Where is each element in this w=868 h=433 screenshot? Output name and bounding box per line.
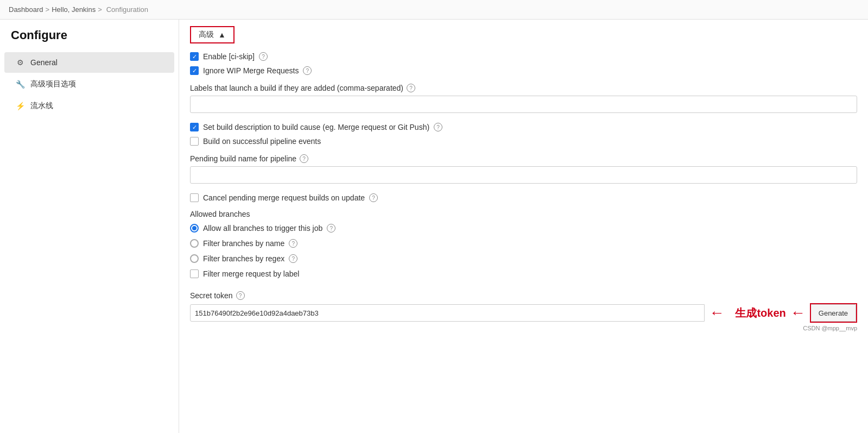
red-arrow-right: ←	[790, 304, 806, 322]
filter-name-label: Filter branches by name	[203, 239, 284, 248]
chevron-up-icon: ▲	[218, 30, 226, 39]
ignore-wip-row: Ignore WIP Merge Requests ?	[190, 66, 857, 75]
secret-token-section: Secret token ? ← 生成token ←	[190, 291, 857, 331]
all-branches-row: Allow all branches to trigger this job ?	[190, 224, 857, 233]
cancel-pending-row: Cancel pending merge request builds on u…	[190, 193, 857, 202]
secret-token-help[interactable]: ?	[236, 291, 245, 300]
sidebar-item-general[interactable]: ⚙ General	[4, 52, 174, 73]
sidebar-item-general-label: General	[30, 58, 58, 67]
all-branches-radio[interactable]	[190, 224, 199, 233]
sidebar: Configure ⚙ General 🔧 高级项目选项 ⚡ 流水线	[0, 20, 179, 433]
ignore-wip-checkbox[interactable]	[190, 66, 199, 75]
csdn-attribution: CSDN @mpp__mvp	[190, 325, 857, 331]
filter-regex-label: Filter branches by regex	[203, 254, 284, 263]
all-branches-label: Allow all branches to trigger this job	[203, 224, 322, 233]
cancel-pending-help[interactable]: ?	[369, 193, 378, 202]
filter-name-help[interactable]: ?	[289, 239, 297, 248]
pending-build-label: Pending build name for pipeline ?	[190, 154, 857, 163]
build-pipeline-checkbox[interactable]	[190, 137, 199, 146]
sidebar-item-pipeline[interactable]: ⚡ 流水线	[4, 96, 174, 116]
ci-skip-row: Enable [ci-skip] ?	[190, 52, 857, 61]
filter-name-radio[interactable]	[190, 239, 199, 248]
cancel-pending-checkbox[interactable]	[190, 193, 199, 202]
build-desc-label: Set build description to build cause (eg…	[203, 123, 429, 131]
generate-btn-wrapper: Generate	[810, 303, 857, 323]
sidebar-item-pipeline-label: 流水线	[30, 101, 53, 111]
pending-build-help[interactable]: ?	[300, 154, 308, 163]
annotation-text: 生成token	[735, 306, 785, 321]
breadcrumb-dashboard[interactable]: Dashboard	[9, 5, 43, 14]
ci-skip-label: Enable [ci-skip]	[203, 52, 255, 61]
build-desc-help[interactable]: ?	[434, 123, 442, 131]
filter-merge-label-checkbox[interactable]	[190, 269, 199, 278]
advanced-label: 高级	[199, 30, 214, 40]
filter-name-row: Filter branches by name ?	[190, 239, 857, 248]
generate-button[interactable]: Generate	[811, 304, 856, 322]
build-pipeline-row: Build on successful pipeline events	[190, 137, 857, 146]
all-branches-help[interactable]: ?	[327, 224, 335, 233]
advanced-section-header[interactable]: 高级 ▲	[190, 26, 235, 43]
breadcrumb-hello-jenkins[interactable]: Hello, Jenkins	[52, 5, 96, 14]
cancel-pending-label: Cancel pending merge request builds on u…	[203, 193, 365, 202]
form-section: Enable [ci-skip] ? Ignore WIP Merge Requ…	[179, 52, 868, 331]
filter-merge-label-text: Filter merge request by label	[203, 269, 299, 278]
build-desc-row: Set build description to build cause (eg…	[190, 123, 857, 131]
secret-token-label: Secret token ?	[190, 291, 857, 300]
filter-merge-label-row: Filter merge request by label	[190, 269, 857, 278]
filter-regex-radio[interactable]	[190, 254, 199, 263]
labels-input[interactable]	[190, 96, 857, 113]
ignore-wip-help[interactable]: ?	[303, 66, 312, 75]
filter-regex-help[interactable]: ?	[289, 254, 297, 263]
red-arrow-left: ←	[709, 304, 724, 322]
pipeline-icon: ⚡	[15, 101, 25, 111]
gear-icon: ⚙	[15, 58, 25, 67]
wrench-icon: 🔧	[15, 79, 25, 89]
allowed-branches-label: Allowed branches	[190, 210, 857, 218]
content-area: 高级 ▲ Enable [ci-skip] ? Ignore WIP Merge…	[179, 20, 868, 433]
ci-skip-checkbox[interactable]	[190, 52, 199, 61]
breadcrumb-configuration: Configuration	[106, 5, 148, 14]
build-pipeline-label: Build on successful pipeline events	[203, 137, 321, 146]
build-desc-checkbox[interactable]	[190, 123, 199, 131]
sidebar-title: Configure	[0, 28, 179, 51]
ci-skip-help[interactable]: ?	[259, 52, 268, 61]
labels-field-label: Labels that launch a build if they are a…	[190, 84, 857, 92]
breadcrumb: Dashboard > Hello, Jenkins > Configurati…	[0, 0, 868, 20]
ignore-wip-label: Ignore WIP Merge Requests	[203, 66, 299, 75]
sidebar-item-advanced-options[interactable]: 🔧 高级项目选项	[4, 74, 174, 95]
pending-build-input[interactable]	[190, 166, 857, 184]
secret-token-input[interactable]	[190, 304, 705, 322]
filter-regex-row: Filter branches by regex ?	[190, 254, 857, 263]
sidebar-item-advanced-label: 高级项目选项	[30, 79, 76, 89]
labels-help[interactable]: ?	[407, 84, 415, 92]
